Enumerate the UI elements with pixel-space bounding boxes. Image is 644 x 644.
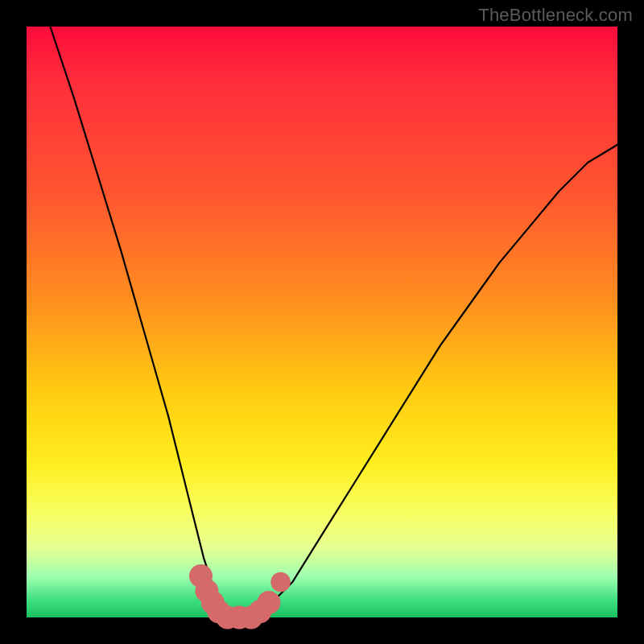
- outer-frame: TheBottleneck.com: [0, 0, 644, 644]
- plot-area: [27, 27, 617, 617]
- highlight-dot: [270, 572, 291, 592]
- bottleneck-curve: [50, 27, 617, 617]
- watermark-text: TheBottleneck.com: [478, 5, 633, 26]
- highlight-dots: [189, 564, 291, 629]
- highlight-dot: [257, 591, 280, 614]
- chart-svg: [27, 27, 617, 617]
